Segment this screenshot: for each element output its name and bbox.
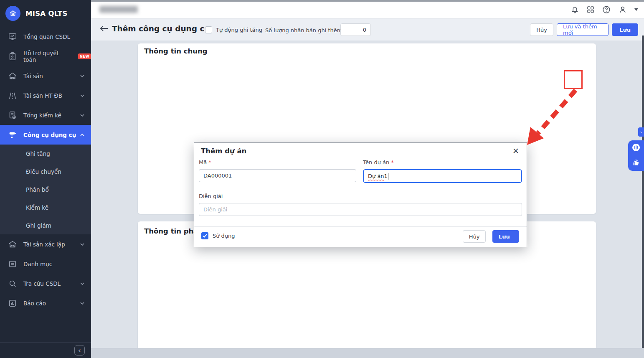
user-menu-caret-icon[interactable] xyxy=(634,8,638,11)
sidebar-item-tai-san[interactable]: Tài sản xyxy=(0,66,91,86)
sidebar-item-label: Tổng kiểm kê xyxy=(23,112,61,119)
sidebar-item-label: Tổng quan CSDL xyxy=(23,33,70,40)
road-icon xyxy=(8,91,18,101)
horizontal-scrollbar-track[interactable] xyxy=(91,348,644,358)
notifications-icon[interactable] xyxy=(570,5,579,14)
asset-icon xyxy=(8,71,18,81)
sidebar-item-tong-quan-csdl[interactable]: Tổng quan CSDL xyxy=(0,27,91,46)
sidebar-item-tai-san-xac-lap[interactable]: Tài sản xác lập xyxy=(0,234,91,254)
sidebar-item-label: Tài sản xyxy=(23,73,43,79)
page-header: Thêm công cụ dụng cụ Tự động ghi tăng Số… xyxy=(91,19,644,41)
sidebar: MISA QLTS Tổng quan CSDL Hỗ trợ quyết to… xyxy=(0,0,91,358)
sidebar-submenu: Ghi tăng Điều chuyển Phân bổ Kiểm kê Ghi… xyxy=(0,145,91,234)
duplicate-count-input[interactable]: 0 xyxy=(340,23,371,36)
highlight-red-box xyxy=(564,70,583,89)
sidebar-item-bao-cao[interactable]: Báo cáo xyxy=(0,293,91,313)
back-arrow-icon[interactable] xyxy=(99,25,109,34)
clipboard-icon xyxy=(8,51,18,61)
app-brand: MISA QLTS xyxy=(0,0,91,27)
modal-dien-giai-input[interactable]: Diễn giải xyxy=(199,203,522,216)
modal-field-ten-du-an: Tên dự án* Dự án1 xyxy=(363,159,522,183)
report-icon xyxy=(8,298,18,308)
modal-field-dien-giai: Diễn giải Diễn giải xyxy=(199,193,522,216)
sidebar-item-tra-cuu-csdl[interactable]: Tra cứu CSDL xyxy=(0,274,91,293)
modal-ten-du-an-input[interactable]: Dự án1 xyxy=(363,169,522,183)
submenu-item-dieu-chuyen[interactable]: Điều chuyển xyxy=(0,162,91,180)
feedback-thumbs-up-icon[interactable] xyxy=(631,157,641,169)
duplicate-count-label: Số lượng nhân bản ghi thêm xyxy=(265,27,342,33)
section-title: Thông tin chung xyxy=(144,47,208,55)
chevron-left-icon: ‹ xyxy=(78,346,81,354)
sidebar-item-tai-san-ht-db[interactable]: Tài sản HT-ĐB xyxy=(0,86,91,105)
chevron-down-icon xyxy=(80,114,84,117)
help-icon[interactable] xyxy=(602,5,611,14)
dashboard-icon xyxy=(8,32,18,42)
modal-cancel-button[interactable]: Hủy xyxy=(463,230,486,243)
modal-field-ma: Mã* DA000001 xyxy=(199,159,356,182)
auto-increase-label: Tự động ghi tăng xyxy=(216,27,262,33)
right-panel-edge xyxy=(642,36,644,358)
new-badge: NEW xyxy=(78,53,91,59)
submenu-item-ghi-giam[interactable]: Ghi giảm xyxy=(0,216,91,234)
sidebar-item-label: Tài sản xác lập xyxy=(23,241,65,248)
auto-increase-checkbox[interactable] xyxy=(205,26,212,33)
app-name: MISA QLTS xyxy=(25,10,68,18)
blurred-user-name xyxy=(99,6,138,13)
submenu-item-phan-bo[interactable]: Phân bổ xyxy=(0,180,91,198)
chevron-down-icon xyxy=(80,282,84,285)
required-asterisk: * xyxy=(208,159,211,165)
chat-support-icon[interactable] xyxy=(631,142,641,155)
sidebar-item-label: Tài sản HT-ĐB xyxy=(23,92,62,99)
use-checkbox-label: Sử dụng xyxy=(213,233,235,239)
sidebar-item-tong-kiem-ke[interactable]: Tổng kiểm kê xyxy=(0,105,91,125)
page-title: Thêm công cụ dụng cụ xyxy=(112,24,210,33)
misspelled-text: Dự án xyxy=(368,173,384,179)
sidebar-collapse-button[interactable]: ‹ xyxy=(74,345,85,355)
chevron-down-icon xyxy=(80,94,84,97)
required-asterisk: * xyxy=(391,159,394,165)
chevron-down-icon xyxy=(80,302,84,305)
user-icon[interactable] xyxy=(618,5,627,14)
misa-logo-icon xyxy=(5,6,20,21)
sidebar-item-label: Hỗ trợ quyết toán xyxy=(23,50,71,63)
sidebar-item-ho-tro-quyet-toan[interactable]: Hỗ trợ quyết toán NEW xyxy=(0,46,91,66)
apps-icon[interactable] xyxy=(586,5,595,14)
chevron-up-icon xyxy=(80,133,84,137)
save-and-new-button[interactable]: Lưu và thêm mới xyxy=(557,23,609,36)
topbar xyxy=(91,0,644,19)
modal-footer-divider xyxy=(194,226,527,227)
sidebar-item-label: Tra cứu CSDL xyxy=(23,280,61,287)
add-project-modal: Thêm dự án ✕ Mã* DA000001 Tên dự án* Dự … xyxy=(194,142,527,247)
floating-action-panel xyxy=(628,140,644,171)
close-icon[interactable]: ✕ xyxy=(512,146,519,155)
sidebar-item-label: Danh mục xyxy=(23,261,52,267)
modal-ma-input[interactable]: DA000001 xyxy=(199,169,356,182)
search-icon xyxy=(8,279,18,289)
expand-right-panel-button[interactable]: › xyxy=(638,127,644,137)
window-top-edge xyxy=(91,0,644,2)
tools-icon xyxy=(8,130,18,140)
asset-icon xyxy=(8,239,18,249)
sidebar-item-label: Công cụ dụng cụ xyxy=(23,132,76,138)
topbar-divider xyxy=(562,5,562,14)
modal-save-button[interactable]: Lưu xyxy=(492,230,519,243)
chevron-down-icon xyxy=(80,243,84,246)
modal-title: Thêm dự án xyxy=(201,147,246,155)
text-cursor xyxy=(388,173,389,180)
sidebar-item-cong-cu-dung-cu[interactable]: Công cụ dụng cụ xyxy=(0,125,91,145)
sidebar-footer-divider xyxy=(0,342,91,343)
save-button[interactable]: Lưu xyxy=(612,23,638,36)
chevron-right-icon: › xyxy=(640,129,642,135)
inventory-icon xyxy=(8,110,18,120)
submenu-item-kiem-ke[interactable]: Kiểm kê xyxy=(0,198,91,216)
use-checkbox[interactable] xyxy=(201,232,208,239)
submenu-item-ghi-tang[interactable]: Ghi tăng xyxy=(0,145,91,162)
list-icon xyxy=(8,259,18,269)
chevron-down-icon xyxy=(80,74,84,78)
sidebar-item-danh-muc[interactable]: Danh mục xyxy=(0,254,91,274)
cancel-button[interactable]: Hủy xyxy=(530,23,553,36)
sidebar-item-label: Báo cáo xyxy=(23,300,46,307)
